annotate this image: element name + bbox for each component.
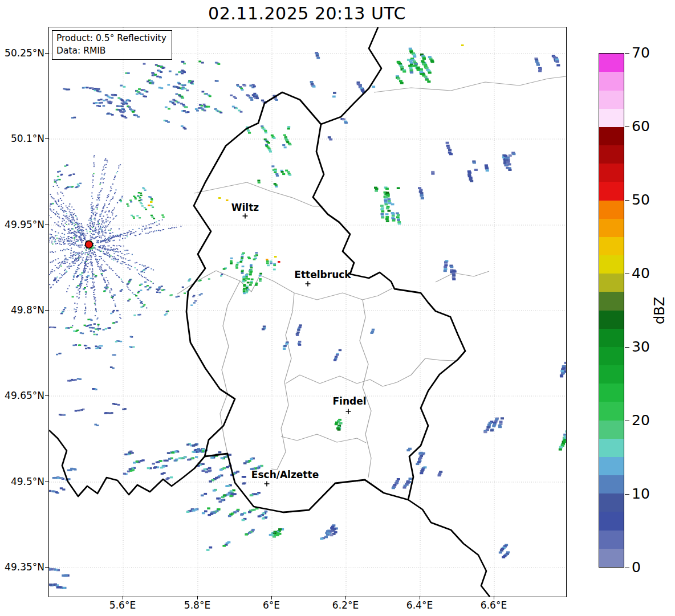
clutter-cell xyxy=(66,259,67,260)
echo-cell xyxy=(129,199,132,201)
echo-cell xyxy=(128,100,131,102)
clutter-cell xyxy=(101,258,102,259)
clutter-cell xyxy=(50,209,51,210)
clutter-cell xyxy=(56,224,57,225)
clutter-cell xyxy=(68,231,70,232)
echo-cell xyxy=(186,444,189,446)
clutter-cell xyxy=(92,230,93,231)
echo-cell xyxy=(385,187,389,190)
clutter-cell xyxy=(52,271,53,272)
clutter-cell xyxy=(82,244,83,246)
clutter-cell xyxy=(49,240,50,241)
clutter-cell xyxy=(60,238,61,239)
clutter-cell xyxy=(102,246,103,247)
echo-cell xyxy=(332,96,336,98)
clutter-cell xyxy=(76,260,78,262)
clutter-cell xyxy=(84,310,86,311)
clutter-cell xyxy=(57,193,58,194)
district-border xyxy=(271,293,294,470)
clutter-cell xyxy=(105,238,106,239)
clutter-cell xyxy=(68,249,69,250)
clutter-cell xyxy=(75,255,76,256)
echo-cell xyxy=(123,473,126,475)
echo-cell xyxy=(193,451,196,453)
echo-cell xyxy=(198,280,201,282)
clutter-cell xyxy=(101,229,103,230)
clutter-cell xyxy=(160,230,161,231)
echo-cell xyxy=(165,107,168,108)
echo-cell xyxy=(164,314,166,316)
clutter-cell xyxy=(103,179,104,180)
echo-cell xyxy=(245,276,248,278)
echo-cell xyxy=(316,55,319,57)
echo-cell xyxy=(259,280,262,282)
echo-cell xyxy=(273,264,276,266)
clutter-cell xyxy=(129,269,131,270)
echo-cell xyxy=(236,264,239,266)
echo-cell xyxy=(201,495,204,497)
clutter-cell xyxy=(97,328,99,329)
clutter-cell xyxy=(100,256,101,258)
clutter-cell xyxy=(101,214,102,215)
clutter-cell xyxy=(106,200,107,201)
clutter-cell xyxy=(95,308,96,309)
echo-cell xyxy=(474,169,478,171)
clutter-cell xyxy=(73,279,74,280)
colorbar-tick-mark xyxy=(625,421,629,421)
clutter-cell xyxy=(87,252,88,254)
clutter-cell xyxy=(84,268,85,270)
echo-cell xyxy=(127,300,129,302)
echo-cell xyxy=(250,495,253,497)
clutter-cell xyxy=(98,247,99,248)
clutter-cell xyxy=(53,252,54,253)
clutter-cell xyxy=(79,247,80,248)
district-border xyxy=(436,271,489,282)
clutter-cell xyxy=(92,208,93,209)
echo-cell xyxy=(145,268,147,270)
clutter-cell xyxy=(76,216,77,217)
clutter-cell xyxy=(60,191,62,193)
echo-cell xyxy=(431,173,434,175)
clutter-cell xyxy=(107,255,108,256)
clutter-cell xyxy=(113,179,115,180)
clutter-cell xyxy=(67,262,68,263)
echo-cell xyxy=(206,549,210,551)
clutter-cell xyxy=(74,226,75,227)
echo-cell xyxy=(116,310,119,312)
clutter-cell xyxy=(83,240,84,241)
echo-cell xyxy=(139,217,141,219)
echo-cell xyxy=(385,203,388,206)
clutter-cell xyxy=(75,312,76,313)
echo-cell xyxy=(140,289,142,291)
clutter-cell xyxy=(80,226,82,227)
echo-cell xyxy=(344,122,348,124)
clutter-cell xyxy=(121,263,123,264)
echo-cell xyxy=(82,87,85,89)
border-luxembourg xyxy=(186,92,465,512)
clutter-cell xyxy=(75,272,76,273)
clutter-cell xyxy=(65,258,66,259)
colorbar-segment-17 xyxy=(599,237,624,255)
echo-cell xyxy=(176,74,178,75)
clutter-cell xyxy=(75,316,76,317)
colorbar-segment-22 xyxy=(599,145,624,164)
echo-cell xyxy=(53,280,55,282)
echo-cell xyxy=(310,81,314,83)
clutter-cell xyxy=(56,238,58,239)
echo-cell xyxy=(49,327,50,329)
clutter-cell xyxy=(83,227,84,229)
clutter-cell xyxy=(112,237,113,238)
clutter-cell xyxy=(66,206,67,207)
echo-cell xyxy=(499,421,502,423)
clutter-cell xyxy=(95,303,96,304)
echo-cell xyxy=(380,205,384,207)
clutter-cell xyxy=(142,303,143,304)
clutter-cell xyxy=(62,239,63,240)
clutter-cell xyxy=(74,240,75,241)
border-france-belgium xyxy=(49,430,205,496)
echo-cell xyxy=(124,454,127,455)
clutter-cell xyxy=(64,263,66,264)
clutter-cell xyxy=(85,308,86,309)
clutter-cell xyxy=(97,317,98,319)
clutter-cell xyxy=(68,221,70,222)
